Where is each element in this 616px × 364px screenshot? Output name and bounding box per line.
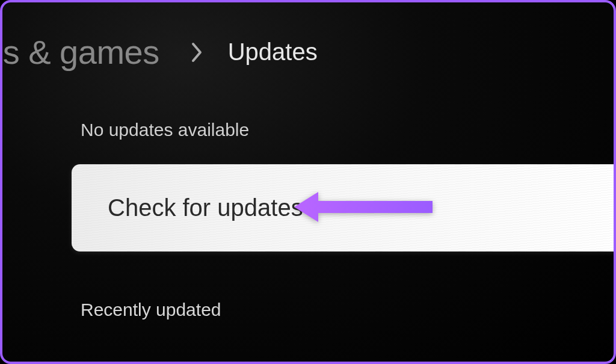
screen-content: os & games Updates No updates available …	[2, 2, 614, 362]
chevron-right-icon	[189, 42, 204, 63]
breadcrumb-parent[interactable]: os & games	[2, 32, 159, 72]
check-button-label: Check for updates	[108, 194, 303, 221]
breadcrumb: os & games Updates	[2, 2, 614, 72]
update-status-text: No updates available	[81, 120, 614, 140]
check-for-updates-button[interactable]: Check for updates	[72, 164, 614, 251]
recently-updated-header: Recently updated	[81, 300, 614, 320]
main-content: No updates available Check for updates R…	[2, 72, 614, 320]
breadcrumb-current: Updates	[228, 39, 318, 66]
